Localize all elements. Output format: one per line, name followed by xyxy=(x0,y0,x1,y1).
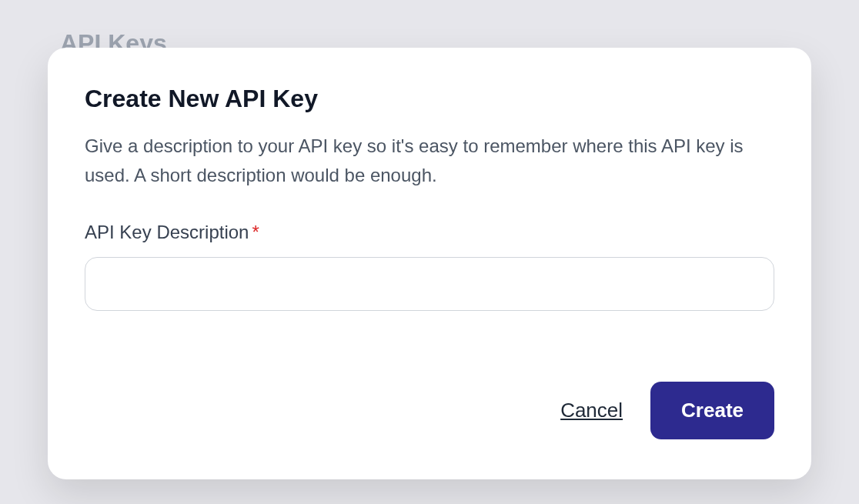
create-api-key-modal: Create New API Key Give a description to… xyxy=(48,48,811,479)
cancel-button[interactable]: Cancel xyxy=(560,399,623,422)
modal-button-row: Cancel Create xyxy=(85,382,774,439)
modal-description: Give a description to your API key so it… xyxy=(85,132,774,191)
required-indicator: * xyxy=(252,222,259,242)
field-label-text: API Key Description xyxy=(85,222,249,242)
description-field-label: API Key Description* xyxy=(85,222,774,243)
modal-title: Create New API Key xyxy=(85,85,774,113)
api-key-description-input[interactable] xyxy=(85,257,774,311)
create-button[interactable]: Create xyxy=(650,382,774,439)
